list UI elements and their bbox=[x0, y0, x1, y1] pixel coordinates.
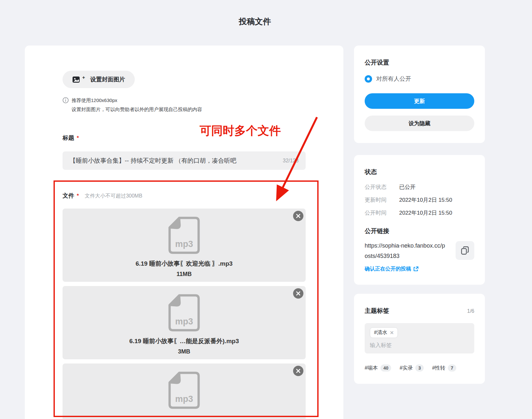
image-plus-icon bbox=[72, 76, 81, 83]
mp3-file-icon: mp3 bbox=[168, 294, 201, 333]
title-input-wrap: 32/128 bbox=[63, 151, 306, 170]
publish-settings-heading: 公开设置 bbox=[365, 58, 474, 67]
tag-chip-label: #清水 bbox=[374, 329, 387, 336]
file-section-label: 文件 bbox=[63, 192, 74, 199]
tags-counter: 1/6 bbox=[467, 308, 474, 314]
status-row-label: 公开状态 bbox=[365, 183, 399, 191]
tags-input-box: #清水 ✕ bbox=[365, 323, 474, 353]
remove-file-button[interactable] bbox=[293, 211, 303, 221]
publish-settings-card: 公开设置 对所有人公开 更新 设为隐藏 bbox=[354, 46, 485, 143]
status-row: 更新时间 2022年10月2日 15:50 bbox=[365, 196, 474, 204]
cover-button-label: 设置封面图片 bbox=[90, 76, 125, 83]
file-name: 6.19 睡前小故事〖欢迎光临 〗.mp3 bbox=[136, 260, 233, 268]
suggested-tag[interactable]: #喘本 40 bbox=[365, 364, 391, 372]
close-icon bbox=[296, 291, 300, 296]
close-icon bbox=[296, 369, 300, 373]
svg-text:mp3: mp3 bbox=[175, 239, 193, 249]
tags-heading: 主题标签 bbox=[365, 307, 389, 315]
update-button[interactable]: 更新 bbox=[365, 93, 474, 109]
status-row-label: 公开时间 bbox=[365, 209, 399, 217]
copy-icon bbox=[461, 246, 469, 255]
page-title: 投稿文件 bbox=[25, 16, 485, 27]
remove-file-button[interactable] bbox=[293, 366, 303, 376]
suggested-tag-label: #性转 bbox=[432, 365, 445, 372]
status-row-value: 2022年10月2日 15:50 bbox=[399, 209, 452, 217]
cover-hint-line2: 设置封面图片，可以向赞助者以外的用户展现自己投稿的内容 bbox=[72, 105, 202, 114]
external-link-icon bbox=[413, 266, 419, 272]
suggested-tag-label: #喘本 bbox=[365, 365, 378, 372]
suggested-tag-count: 40 bbox=[380, 364, 391, 372]
uploaded-file-card: mp3 6.19 睡前小故事〖…能是反派番外).mp3 3MB bbox=[63, 286, 306, 359]
status-row-label: 更新时间 bbox=[365, 196, 399, 204]
svg-text:mp3: mp3 bbox=[175, 317, 193, 326]
remove-tag-icon[interactable]: ✕ bbox=[390, 330, 394, 336]
set-hidden-button[interactable]: 设为隐藏 bbox=[365, 116, 474, 131]
suggested-tag-count: 3 bbox=[415, 364, 424, 372]
copy-url-button[interactable] bbox=[456, 241, 474, 260]
confirm-link-label: 确认正在公开的投稿 bbox=[365, 266, 411, 272]
file-size: 11MB bbox=[176, 271, 192, 278]
set-cover-image-button[interactable]: + 设置封面图片 bbox=[63, 71, 135, 88]
plus-glyph: + bbox=[82, 75, 85, 80]
topic-tags-card: 主题标签 1/6 #清水 ✕ #喘本 40 #实录 3 #性转 7 bbox=[354, 294, 485, 384]
close-icon bbox=[296, 214, 300, 218]
required-asterisk: * bbox=[77, 193, 79, 199]
sidebar: 公开设置 对所有人公开 更新 设为隐藏 状态 公开状态 已公开 更新时间 202… bbox=[354, 46, 485, 384]
status-row: 公开时间 2022年10月2日 15:50 bbox=[365, 209, 474, 217]
file-size-hint: 文件大小不可超过300MB bbox=[85, 193, 143, 199]
mp3-file-icon: mp3 bbox=[168, 216, 201, 256]
suggested-tag-count: 7 bbox=[448, 364, 456, 372]
status-row-value: 2022年10月2日 15:50 bbox=[399, 196, 452, 204]
status-heading: 状态 bbox=[365, 168, 474, 176]
suggested-tag-label: #实录 bbox=[399, 365, 413, 372]
file-name: 6.19 睡前小故事〖…能是反派番外).mp3 bbox=[129, 337, 239, 345]
status-card: 状态 公开状态 已公开 更新时间 2022年10月2日 15:50 公开时间 2… bbox=[354, 155, 485, 285]
cover-hint-line1: 推荐使用1200x630px bbox=[72, 96, 202, 105]
title-input[interactable] bbox=[70, 157, 279, 164]
confirm-public-post-link[interactable]: 确认正在公开的投稿 bbox=[365, 266, 419, 272]
suggested-tag[interactable]: #性转 7 bbox=[432, 364, 456, 372]
radio-selected-icon bbox=[365, 75, 372, 83]
suggested-tag[interactable]: #实录 3 bbox=[399, 364, 424, 372]
title-char-counter: 32/128 bbox=[283, 158, 299, 164]
title-field-label: 标题 bbox=[63, 134, 74, 142]
file-size: 3MB bbox=[178, 348, 190, 355]
tag-chip: #清水 ✕ bbox=[370, 327, 398, 338]
required-asterisk: * bbox=[77, 135, 79, 141]
info-icon bbox=[63, 97, 69, 105]
radio-label: 对所有人公开 bbox=[376, 75, 411, 83]
post-url[interactable]: https://sophia-neko.fanbox.cc/posts/4539… bbox=[365, 240, 445, 261]
status-row: 公开状态 已公开 bbox=[365, 183, 474, 191]
cover-hint: 推荐使用1200x630px 设置封面图片，可以向赞助者以外的用户展现自己投稿的… bbox=[63, 96, 306, 114]
tags-input[interactable] bbox=[370, 342, 469, 349]
visibility-radio-public[interactable]: 对所有人公开 bbox=[365, 75, 474, 83]
public-link-heading: 公开链接 bbox=[365, 227, 474, 235]
remove-file-button[interactable] bbox=[293, 288, 303, 299]
svg-text:mp3: mp3 bbox=[175, 394, 193, 404]
uploaded-file-card: mp3 6.19 睡前小故事〖欢迎光临 〗.mp3 11MB bbox=[63, 209, 306, 282]
post-editor-card: + 设置封面图片 推荐使用1200x630px 设置封面图片，可以向赞助者以外的… bbox=[25, 46, 343, 419]
uploaded-file-card: mp3 bbox=[63, 363, 306, 419]
status-row-value: 已公开 bbox=[399, 183, 416, 191]
mp3-file-icon: mp3 bbox=[168, 371, 201, 411]
